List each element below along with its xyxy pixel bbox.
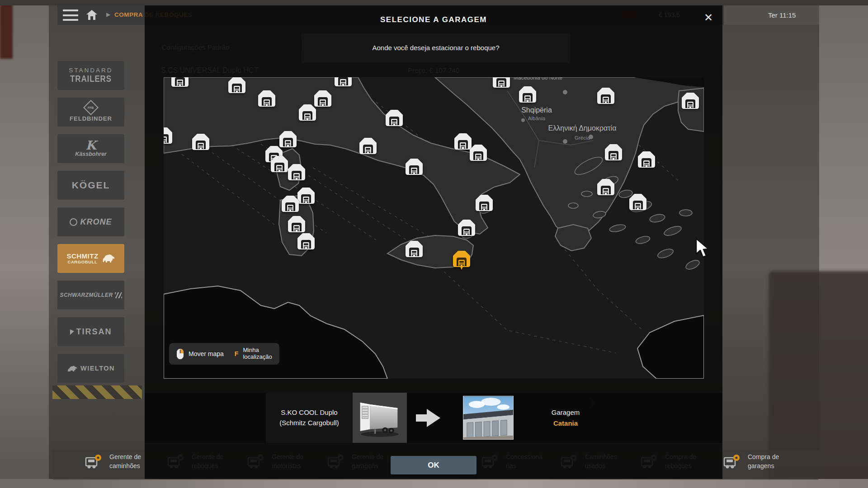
breadcrumb-chevron-icon: ▶: [106, 11, 110, 18]
garage-marker[interactable]: [384, 109, 404, 130]
scene-top-edge: [0, 0, 868, 5]
garage-marker[interactable]: [404, 240, 424, 261]
tirsan-mark-icon: [70, 328, 74, 335]
legend-f-key: F: [235, 350, 239, 357]
garage-marker[interactable]: [287, 163, 307, 184]
garage-marker[interactable]: [518, 85, 538, 106]
schwarzmuller-stripes-icon: [115, 292, 122, 298]
garage-marker[interactable]: [596, 178, 616, 199]
trailer-brand: (Schmitz Cargobull): [279, 418, 339, 428]
screen: ▶ COMPRA DE REBOQUES € 193.6 Ter 11:15 S…: [0, 0, 868, 488]
hazard-stripe: [52, 385, 142, 399]
mouse-icon: [176, 348, 184, 360]
feldbinder-diamond-icon: FFB: [83, 100, 99, 115]
garage-marker[interactable]: [296, 232, 316, 253]
garage-city: Catania: [553, 418, 578, 428]
truck-gear-icon: [84, 452, 103, 470]
brand-label: SCHWARZMÜLLER: [60, 292, 113, 298]
brand-label: WIELTON: [80, 365, 115, 372]
garage-marker[interactable]: [191, 133, 211, 154]
brand-label: Kässbohrer: [75, 151, 106, 157]
garage-purchase-icon: [722, 452, 741, 470]
garage-destination: Garagem Catania: [523, 393, 609, 443]
garage-marker-selected[interactable]: [452, 250, 472, 271]
brand-feldbinder[interactable]: FFB FELDBINDER: [57, 98, 124, 127]
garage-marker[interactable]: [227, 77, 247, 97]
krone-ring-icon: [70, 218, 77, 226]
brand-standard-trailers[interactable]: STANDARD TRAILERS: [57, 61, 124, 90]
garage-marker[interactable]: [491, 77, 511, 91]
bottom-bar-item-line1: Gerente de: [109, 453, 141, 460]
selection-strip: S.KO COOL Duplo (Schmitz Cargobull): [145, 393, 722, 443]
legend-move-label: Mover mapa: [189, 350, 224, 357]
brand-schwarzmuller[interactable]: SCHWARZMÜLLER: [57, 281, 124, 310]
bottom-bar-item-line2: caminhões: [109, 462, 140, 469]
garage-marker[interactable]: [280, 195, 300, 216]
brand-label: TIRSAN: [76, 327, 112, 337]
dialog-question-band: Aonde você deseja estacionar o reboque?: [302, 33, 570, 63]
garage-marker[interactable]: [637, 150, 656, 171]
map-geography: [164, 77, 704, 379]
brand-schmitz-cargobull[interactable]: SCHMITZ CARGOBULL: [57, 244, 124, 273]
garage-marker[interactable]: [358, 137, 378, 158]
garage-marker[interactable]: [604, 143, 623, 164]
ok-button[interactable]: OK: [391, 456, 476, 474]
map-label: Shqipëria: [521, 106, 552, 114]
dialog-title: SELECIONE A GARAGEM: [145, 15, 722, 24]
garage-marker[interactable]: [333, 77, 353, 90]
game-time: Ter 11:15: [768, 11, 796, 19]
map-label: Grécia: [575, 135, 590, 141]
garage-marker[interactable]: [628, 193, 648, 214]
kassbohrer-k-icon: K: [85, 140, 96, 151]
background-truck-cab: [0, 0, 13, 59]
brand-label: SCHMITZ: [66, 253, 98, 259]
bottom-bar-garagens[interactable]: Compra degaragens: [722, 452, 779, 471]
garage-marker[interactable]: [474, 194, 494, 215]
brand-label: STANDARD: [69, 67, 113, 74]
trailer-name: S.KO COOL Duplo: [281, 408, 337, 418]
garage-marker[interactable]: [468, 144, 488, 164]
brand-wielton[interactable]: WIELTON: [57, 354, 124, 383]
garage-marker[interactable]: [596, 87, 616, 108]
garage-marker[interactable]: [170, 77, 190, 90]
home-icon[interactable]: [85, 9, 98, 21]
brand-tirsan[interactable]: TIRSAN: [57, 317, 124, 346]
map-label: Macedônia do Norte: [514, 77, 562, 81]
wielton-animal-icon: [67, 365, 78, 372]
brand-kogel[interactable]: KÖGEL: [57, 171, 124, 200]
garage-marker[interactable]: [297, 103, 317, 124]
dialog-question: Aonde você deseja estacionar o reboque?: [302, 33, 570, 63]
map-label: Ελληνική Δημοκρατία: [548, 124, 617, 132]
map-label: Albânia: [528, 116, 545, 121]
legend-location-label: Minhalocalização: [243, 347, 272, 361]
brand-label: KÖGEL: [72, 180, 110, 191]
select-garage-dialog: SELECIONE A GARAGEM ✕ Aonde você deseja …: [145, 5, 722, 479]
garage-photo: [463, 396, 514, 440]
brand-label: KRONE: [80, 217, 112, 227]
garage-marker[interactable]: [404, 158, 424, 178]
bottom-bar-item-line1: Compra de: [748, 453, 779, 460]
map-legend: Mover mapa F Minhalocalização: [169, 343, 279, 365]
garage-marker[interactable]: [680, 92, 700, 113]
trailer-image: [353, 393, 407, 443]
brand-label: FELDBINDER: [70, 115, 112, 122]
brand-krone[interactable]: KRONE: [57, 207, 124, 236]
bottom-bar-item-line2: garagens: [748, 462, 774, 469]
hamburger-menu-icon[interactable]: [63, 9, 78, 21]
elephant-icon: [102, 253, 115, 263]
floor-strip: [0, 479, 868, 488]
brand-kassbohrer[interactable]: K Kässbohrer: [57, 134, 124, 163]
garage-marker[interactable]: [257, 89, 277, 110]
arrow-right-icon: [416, 408, 441, 430]
bottom-bar-caminhes[interactable]: Gerente decaminhões: [84, 452, 141, 471]
garage-label: Garagem: [552, 407, 580, 418]
garage-marker[interactable]: [164, 127, 174, 147]
close-icon[interactable]: ✕: [700, 9, 717, 26]
trailer-name-panel: S.KO COOL Duplo (Schmitz Cargobull): [266, 393, 353, 443]
garage-marker[interactable]: [457, 219, 476, 239]
garage-map[interactable]: Macedônia do NorteShqipëriaAlbâniaΕλληνι…: [164, 77, 704, 379]
brand-label: CARGOBULL: [66, 259, 98, 264]
brand-label: TRAILERS: [70, 74, 112, 84]
